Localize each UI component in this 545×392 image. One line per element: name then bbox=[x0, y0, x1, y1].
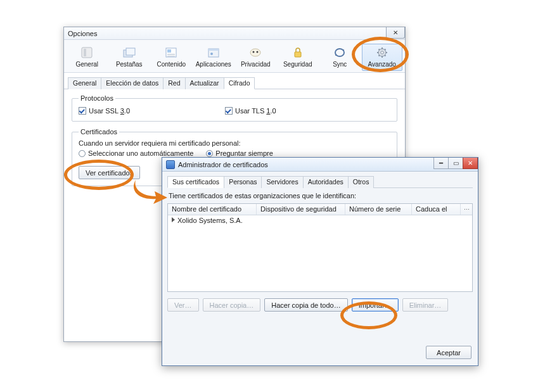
options-titlebar[interactable]: Opciones ✕ bbox=[64, 27, 405, 40]
svg-point-11 bbox=[250, 49, 260, 56]
subtab-data-choices[interactable]: Elección de datos bbox=[101, 77, 164, 89]
svg-rect-6 bbox=[167, 54, 175, 55]
tls-label: Usar TLS 1.0 bbox=[235, 107, 276, 115]
minimize-icon[interactable]: ━ bbox=[433, 158, 449, 169]
certmgr-titlebar[interactable]: Administrador de certificados ━ ▭ ✕ bbox=[162, 158, 478, 172]
switch-icon bbox=[79, 46, 95, 60]
cert-table-header: Nombre del certificado Dispositivo de se… bbox=[168, 204, 472, 215]
options-window-title: Opciones bbox=[68, 30, 97, 37]
toolbar-content[interactable]: Contenido bbox=[151, 44, 192, 71]
org-name: Xolido Systems, S.A. bbox=[177, 217, 243, 224]
col-expires[interactable]: Caduca el bbox=[412, 204, 461, 215]
apps-icon bbox=[205, 46, 222, 60]
radio-icon bbox=[79, 150, 86, 157]
svg-line-21 bbox=[378, 49, 380, 51]
certmgr-tabs: Sus certificados Personas Servidores Aut… bbox=[167, 175, 473, 188]
tabs-icon bbox=[121, 46, 138, 60]
lock-icon bbox=[290, 46, 306, 60]
svg-rect-3 bbox=[126, 48, 135, 55]
svg-point-10 bbox=[210, 53, 213, 55]
svg-rect-9 bbox=[208, 49, 219, 51]
options-subtabs: General Elección de datos Red Actualizar… bbox=[64, 73, 405, 89]
cert-manager-window: Administrador de certificados ━ ▭ ✕ Sus … bbox=[162, 157, 478, 366]
toolbar-general[interactable]: General bbox=[67, 44, 108, 71]
cert-prompt-text: Cuando un servidor requiera mi certifica… bbox=[79, 139, 390, 147]
svg-point-12 bbox=[253, 51, 255, 53]
options-toolbar: General Pestañas Contenido Aplicaciones … bbox=[64, 40, 405, 73]
svg-rect-1 bbox=[84, 49, 86, 56]
certificates-legend: Certificados bbox=[79, 128, 119, 136]
ssl-label: Usar SSL 3.0 bbox=[89, 107, 130, 115]
subtab-encryption[interactable]: Cifrado bbox=[224, 77, 255, 89]
checkbox-ssl[interactable]: Usar SSL 3.0 bbox=[79, 107, 130, 115]
expand-icon[interactable] bbox=[172, 217, 175, 222]
toolbar-privacy[interactable]: Privacidad bbox=[235, 44, 276, 71]
toolbar-applications[interactable]: Aplicaciones bbox=[193, 44, 234, 71]
svg-line-24 bbox=[378, 55, 380, 56]
close-icon[interactable]: ✕ bbox=[463, 158, 478, 169]
toolbar-advanced[interactable]: Avanzado bbox=[362, 44, 403, 71]
toolbar-tabs[interactable]: Pestañas bbox=[109, 44, 150, 71]
subtab-general[interactable]: General bbox=[68, 77, 101, 89]
toolbar-security[interactable]: Seguridad bbox=[278, 44, 319, 71]
tab-authorities[interactable]: Autoridades bbox=[303, 176, 349, 188]
svg-line-22 bbox=[385, 55, 386, 56]
radio-icon bbox=[206, 150, 213, 157]
cert-table[interactable]: Nombre del certificado Dispositivo de se… bbox=[167, 203, 473, 292]
sync-icon bbox=[331, 46, 348, 60]
svg-rect-5 bbox=[167, 49, 171, 53]
svg-line-23 bbox=[385, 49, 386, 51]
col-name[interactable]: Nombre del certificado bbox=[168, 204, 257, 215]
protocols-group: Protocolos Usar SSL 3.0 Usar TLS 1.0 bbox=[72, 94, 397, 122]
checkbox-tls[interactable]: Usar TLS 1.0 bbox=[225, 107, 276, 115]
close-icon[interactable]: ✕ bbox=[386, 27, 405, 39]
checkbox-icon bbox=[79, 107, 86, 115]
svg-point-16 bbox=[381, 51, 383, 54]
radio-ask-always[interactable]: Preguntar siempre bbox=[206, 149, 273, 157]
certmgr-caption: Tiene certificados de estas organizacion… bbox=[167, 188, 473, 203]
certmgr-window-title: Administrador de certificados bbox=[178, 161, 268, 168]
radio-auto-select[interactable]: Seleccionar uno automáticamente bbox=[79, 149, 193, 157]
col-serial[interactable]: Número de serie bbox=[345, 204, 412, 215]
svg-rect-7 bbox=[167, 56, 175, 56]
column-picker-icon[interactable]: ⋯ bbox=[461, 204, 472, 215]
gear-icon bbox=[374, 46, 390, 60]
tab-your-certificates[interactable]: Sus certificados bbox=[167, 176, 224, 188]
svg-rect-0 bbox=[82, 47, 92, 58]
maximize-icon[interactable]: ▭ bbox=[448, 158, 463, 169]
tab-people[interactable]: Personas bbox=[224, 176, 262, 188]
content-icon bbox=[163, 46, 179, 60]
subtab-network[interactable]: Red bbox=[163, 77, 185, 89]
view-button[interactable]: Ver… bbox=[167, 298, 199, 312]
certificate-icon bbox=[166, 160, 175, 169]
toolbar-sync[interactable]: Sync bbox=[319, 44, 361, 71]
import-button[interactable]: Importar… bbox=[352, 298, 399, 312]
subtab-update[interactable]: Actualizar bbox=[185, 77, 224, 89]
certmgr-button-row: Ver… Hacer copia… Hacer copia de todo… I… bbox=[167, 292, 473, 312]
backup-button[interactable]: Hacer copia… bbox=[203, 298, 261, 312]
col-device[interactable]: Dispositivo de seguridad bbox=[257, 204, 345, 215]
view-certificates-button[interactable]: Ver certificados bbox=[79, 166, 140, 179]
protocols-legend: Protocolos bbox=[79, 94, 115, 102]
mask-icon bbox=[247, 46, 264, 60]
delete-button[interactable]: Eliminar… bbox=[402, 298, 449, 312]
svg-point-13 bbox=[257, 51, 259, 53]
accept-button[interactable]: Aceptar bbox=[426, 346, 471, 359]
table-row[interactable]: Xolido Systems, S.A. bbox=[168, 215, 472, 225]
tab-servers[interactable]: Servidores bbox=[261, 176, 303, 188]
backup-all-button[interactable]: Hacer copia de todo… bbox=[264, 298, 347, 312]
tab-others[interactable]: Otros bbox=[348, 176, 375, 188]
svg-rect-14 bbox=[295, 52, 301, 57]
checkbox-icon bbox=[225, 107, 233, 115]
